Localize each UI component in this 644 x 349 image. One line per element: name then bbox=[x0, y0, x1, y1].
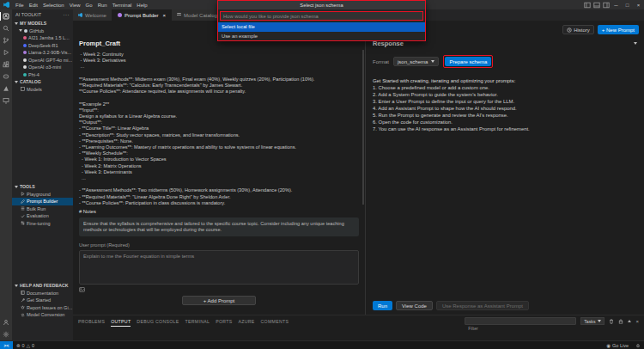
panel-tab-terminal[interactable]: TERMINAL bbox=[185, 315, 210, 327]
remote-indicator[interactable]: >< bbox=[0, 341, 13, 349]
quick-input-option-example[interactable]: Use an example bbox=[218, 32, 425, 41]
copilot-icon[interactable] bbox=[0, 70, 12, 83]
documentation-icon bbox=[21, 291, 25, 295]
tab-close-icon[interactable]: × bbox=[163, 13, 167, 18]
source-control-icon[interactable] bbox=[0, 34, 12, 46]
view-code-button[interactable]: View Code bbox=[396, 301, 433, 310]
go-live-button[interactable]: ◉ Go Live bbox=[603, 343, 632, 348]
tree-item-model[interactable]: Phi-4 bbox=[12, 71, 73, 79]
maximize-button[interactable]: □ bbox=[622, 3, 633, 8]
clear-output-icon[interactable] bbox=[609, 319, 614, 324]
panel-tab-azure[interactable]: AZURE bbox=[238, 315, 254, 327]
search-icon[interactable] bbox=[0, 22, 12, 34]
menu-edit[interactable]: Edit bbox=[27, 3, 40, 8]
notifications-bell[interactable] bbox=[632, 343, 644, 348]
panel-tab-problems[interactable]: PROBLEMS bbox=[78, 315, 105, 327]
user-prompt-box bbox=[79, 250, 359, 285]
section-tools[interactable]: TOOLS bbox=[12, 183, 73, 191]
account-icon[interactable] bbox=[0, 316, 12, 328]
annotation-box: Prepare schema bbox=[443, 55, 493, 68]
tree-item-fine-tuning[interactable]: Fine-tuning bbox=[12, 220, 73, 228]
scrollbar[interactable] bbox=[362, 50, 364, 205]
tree-item-github[interactable]: GitHub bbox=[12, 28, 73, 35]
lock-icon[interactable] bbox=[618, 319, 623, 324]
history-button[interactable]: History bbox=[562, 25, 594, 34]
section-my-models[interactable]: MY MODELS bbox=[12, 20, 73, 28]
tree-item-model[interactable]: Llama-3.2-90B-Vis... bbox=[12, 49, 73, 57]
chevron-down-icon bbox=[15, 186, 18, 188]
section-catalog[interactable]: CATALOG bbox=[12, 78, 73, 86]
toggle-sidebar-icon[interactable] bbox=[582, 2, 592, 9]
maximize-panel-icon[interactable] bbox=[628, 320, 631, 322]
menu-selection[interactable]: Selection bbox=[40, 3, 67, 8]
bug-icon bbox=[21, 305, 25, 309]
tree-item-report-issues[interactable]: Report Issues on Gi... bbox=[12, 304, 73, 312]
user-prompt-input[interactable] bbox=[80, 251, 358, 284]
close-panel-icon[interactable]: × bbox=[635, 319, 639, 324]
quick-input-option-local-file[interactable]: Select local file bbox=[218, 22, 425, 32]
get-started-heading: Get Started with creating, iterating and… bbox=[373, 77, 637, 84]
tree-item-model[interactable]: DeepSeek-R1 bbox=[12, 42, 73, 50]
collapse-chevron-icon[interactable] bbox=[634, 42, 637, 45]
history-clock-icon bbox=[567, 28, 572, 33]
tree-item-model[interactable]: AI21 Jamba 1.5 L... bbox=[12, 34, 73, 42]
tree-item-models[interactable]: Models bbox=[12, 86, 73, 94]
tree-item-bulk-run[interactable]: Bulk Run bbox=[12, 205, 73, 213]
toggle-panel-icon[interactable] bbox=[592, 2, 601, 9]
prepare-schema-button[interactable]: Prepare schema bbox=[445, 57, 491, 66]
tree-item-prompt-builder[interactable]: Prompt Builder bbox=[12, 198, 73, 205]
tree-item-label: Playground bbox=[27, 192, 51, 197]
run-debug-icon[interactable] bbox=[0, 46, 12, 58]
menu-run[interactable]: Run bbox=[95, 3, 110, 8]
customize-layout-icon[interactable] bbox=[601, 2, 611, 9]
menu-help[interactable]: Help bbox=[134, 3, 149, 8]
quick-input-field[interactable] bbox=[221, 14, 422, 19]
system-prompt-text[interactable]: - Week 2: Continuity - Week 3: Derivativ… bbox=[79, 52, 359, 206]
tab-label: Prompt Builder bbox=[125, 13, 159, 18]
tree-item-model-conversion[interactable]: Model Conversion bbox=[12, 311, 73, 319]
panel-tab-output[interactable]: OUTPUT bbox=[111, 315, 131, 327]
sidebar-more-actions-icon[interactable]: ··· bbox=[64, 12, 70, 17]
extensions-icon[interactable] bbox=[0, 58, 12, 70]
add-prompt-button[interactable]: + Add Prompt bbox=[182, 296, 256, 305]
attach-image-icon[interactable] bbox=[79, 287, 85, 292]
ai-toolkit-icon[interactable] bbox=[0, 10, 12, 22]
get-started-step: 4. Add an Assistant Prompt to shape how … bbox=[373, 105, 637, 112]
chevron-down-icon bbox=[15, 22, 18, 25]
bottom-panel: PROBLEMS OUTPUT DEBUG CONSOLE TERMINAL P… bbox=[73, 315, 644, 340]
new-prompt-button[interactable]: + New Prompt bbox=[598, 25, 639, 34]
close-button[interactable]: × bbox=[633, 3, 644, 8]
menu-view[interactable]: View bbox=[67, 3, 83, 8]
remote-explorer-icon[interactable] bbox=[0, 95, 12, 107]
tree-item-evaluation[interactable]: Evaluation bbox=[12, 212, 73, 220]
tree-item-documentation[interactable]: Documentation bbox=[12, 290, 73, 297]
tree-item-model[interactable]: OpenAI o3-mini bbox=[12, 64, 73, 71]
format-select[interactable]: json_schema bbox=[393, 57, 439, 66]
prompt-column: Prompt_Craft - Week 2: Continuity - Week… bbox=[73, 21, 365, 315]
azure-icon[interactable] bbox=[0, 83, 12, 95]
tree-item-label: DeepSeek-R1 bbox=[28, 43, 58, 48]
evaluation-icon bbox=[21, 214, 25, 218]
panel-tab-comments[interactable]: COMMENTS bbox=[261, 315, 289, 327]
tree-item-playground[interactable]: Playground bbox=[12, 191, 73, 199]
tree-item-get-started[interactable]: Get Started bbox=[12, 297, 73, 304]
problems-status[interactable]: ⊗ 0 △ 0 bbox=[13, 343, 38, 348]
minimize-button[interactable]: ─ bbox=[611, 3, 622, 8]
output-filter-input[interactable] bbox=[465, 326, 575, 332]
section-help-feedback[interactable]: HELP AND FEEDBACK bbox=[12, 282, 73, 290]
menu-go[interactable]: Go bbox=[83, 3, 95, 8]
tab-model-catalog[interactable]: Model Catalog bbox=[172, 9, 223, 21]
notes-box[interactable]: Ensure that the syllabus is comprehensiv… bbox=[79, 217, 359, 236]
panel-tab-ports[interactable]: PORTS bbox=[216, 315, 232, 327]
menu-terminal[interactable]: Terminal bbox=[110, 3, 135, 8]
menu-file[interactable]: File bbox=[13, 3, 27, 8]
rocket-icon bbox=[21, 298, 25, 303]
panel-tab-debug-console[interactable]: DEBUG CONSOLE bbox=[137, 315, 179, 327]
broadcast-icon: ◉ bbox=[606, 343, 611, 348]
tab-prompt-builder[interactable]: Prompt Builder × bbox=[112, 9, 172, 21]
settings-gear-icon[interactable] bbox=[0, 328, 12, 340]
tab-welcome[interactable]: Welcome bbox=[73, 9, 112, 21]
tree-item-model[interactable]: OpenAI GPT-4o mi... bbox=[12, 57, 73, 64]
run-button[interactable]: Run bbox=[373, 301, 392, 310]
output-channel-select[interactable]: Tasks bbox=[580, 317, 605, 325]
